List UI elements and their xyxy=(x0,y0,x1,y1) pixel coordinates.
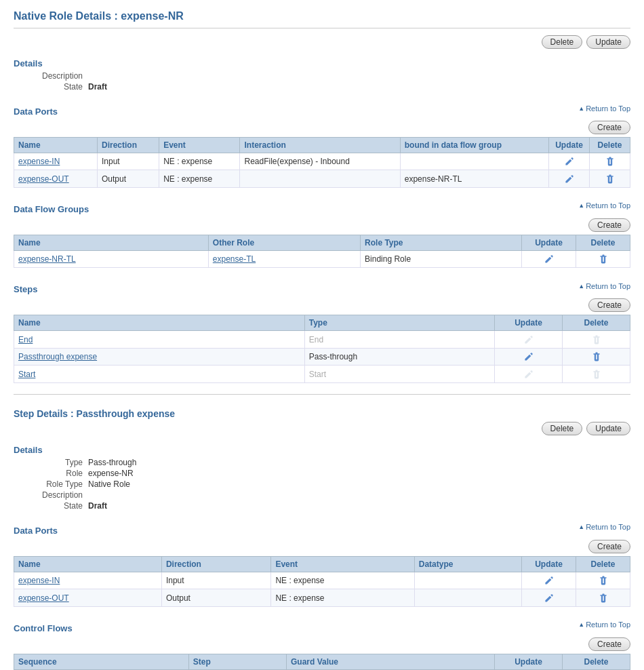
sd-col-update: Update xyxy=(522,556,576,572)
table-row: Passthrough expense Pass-through xyxy=(14,348,630,365)
step-delete-btn-1[interactable] xyxy=(591,351,602,362)
sd-row-role: Role expense-NR xyxy=(27,469,630,478)
data-ports-section-header: Data Ports xyxy=(14,106,58,117)
sd-ports-table: Name Direction Event Datatype Update Del… xyxy=(14,556,630,607)
step-name-link-2[interactable]: Start xyxy=(18,370,35,379)
step-update-btn-0[interactable] xyxy=(523,334,534,344)
sd-port-name-link-1[interactable]: expense-OUT xyxy=(18,593,69,603)
dfg-return-to-top[interactable]: Return to Top xyxy=(578,201,630,210)
sd-ports-header: Name Direction Event Datatype Update Del… xyxy=(14,556,630,572)
step-type-2: Start xyxy=(304,366,494,382)
cf-section-header: Control Flows xyxy=(14,623,73,633)
step-update-btn-1[interactable] xyxy=(523,351,534,362)
step-type-1: Pass-through xyxy=(304,348,494,365)
sd-row-desc: Description xyxy=(27,490,630,500)
top-buttons: Delete Update xyxy=(14,35,630,49)
table-row: expense-IN Input NE : expense xyxy=(14,572,630,589)
sd-label-role: Role xyxy=(27,469,88,478)
step-name-link-1[interactable]: Passthrough expense xyxy=(18,352,97,361)
dfg-name-link-0[interactable]: expense-NR-TL xyxy=(18,254,76,264)
port-name-link-1[interactable]: expense-OUT xyxy=(18,174,69,184)
steps-create-button[interactable]: Create xyxy=(588,298,630,312)
step-details-title: Step Details : Passthrough expense xyxy=(14,408,630,419)
sd-col-datatype: Datatype xyxy=(414,556,521,572)
cf-col-update: Update xyxy=(495,654,563,669)
port-interaction-1 xyxy=(240,170,400,187)
steps-col-update: Update xyxy=(495,315,563,331)
cf-col-sequence: Sequence xyxy=(14,654,189,669)
port-name-link-0[interactable]: expense-IN xyxy=(18,157,60,166)
port-interaction-0: ReadFile(expense) - Inbound xyxy=(240,153,400,170)
steps-col-type: Type xyxy=(304,315,494,331)
data-ports-table: Name Direction Event Interaction bound i… xyxy=(14,137,630,188)
dfg-col-update: Update xyxy=(522,235,576,250)
sd-value-role: expense-NR xyxy=(88,469,134,478)
sd-port-dir-0: Input xyxy=(161,572,271,589)
sd-ports-return-to-top[interactable]: Return to Top xyxy=(578,523,630,531)
port-bound-1: expense-NR-TL xyxy=(400,170,548,187)
cf-header: Sequence Step Guard Value Update Delete xyxy=(14,654,630,669)
step-details-delete-button[interactable]: Delete xyxy=(542,422,583,435)
page-title: Native Role Details : expense-NR xyxy=(14,10,630,28)
step-details-update-button[interactable]: Update xyxy=(586,422,630,435)
step-type-0: End xyxy=(304,331,494,348)
sd-port-delete-btn-0[interactable] xyxy=(598,575,609,586)
sd-value-role-type: Native Role xyxy=(88,479,130,489)
sd-port-update-btn-0[interactable] xyxy=(544,575,555,586)
sd-row-type: Type Pass-through xyxy=(27,458,630,467)
port-update-btn-1[interactable] xyxy=(564,173,575,184)
sd-port-name-link-0[interactable]: expense-IN xyxy=(18,576,60,585)
sd-port-delete-btn-1[interactable] xyxy=(598,592,609,603)
data-ports-return-to-top[interactable]: Return to Top xyxy=(578,104,630,113)
step-name-link-0[interactable]: End xyxy=(18,335,33,344)
cf-create-button[interactable]: Create xyxy=(588,637,630,651)
sd-port-datatype-0 xyxy=(414,572,521,589)
sd-ports-header-row: Data Ports Return to Top xyxy=(14,516,630,538)
details-label-description: Description xyxy=(27,71,88,81)
dfg-col-role-type: Role Type xyxy=(361,235,522,250)
port-delete-btn-1[interactable] xyxy=(605,173,616,184)
sd-value-type: Pass-through xyxy=(88,458,136,467)
cf-return-to-top[interactable]: Return to Top xyxy=(578,620,630,629)
dfg-update-btn-0[interactable] xyxy=(544,254,555,264)
sd-port-update-btn-1[interactable] xyxy=(544,592,555,603)
port-update-btn-0[interactable] xyxy=(564,156,575,167)
col-event: Event xyxy=(159,138,240,153)
steps-col-name: Name xyxy=(14,315,305,331)
table-row: End End xyxy=(14,331,630,348)
sd-port-event-1: NE : expense xyxy=(271,589,414,606)
port-event-1: NE : expense xyxy=(159,170,240,187)
steps-top-right: Return to Top xyxy=(578,282,630,290)
top-update-button[interactable]: Update xyxy=(586,35,630,49)
top-delete-button[interactable]: Delete xyxy=(542,35,583,49)
step-delete-btn-2[interactable] xyxy=(591,368,602,379)
port-event-0: NE : expense xyxy=(159,153,240,170)
step-details-block: Type Pass-through Role expense-NR Role T… xyxy=(27,458,630,511)
sd-port-datatype-1 xyxy=(414,589,521,606)
data-ports-header: Name Direction Event Interaction bound i… xyxy=(14,138,630,153)
cf-top-right: Return to Top xyxy=(578,620,630,629)
port-delete-btn-0[interactable] xyxy=(605,156,616,167)
details-block: Description State Draft xyxy=(27,71,630,92)
dfg-delete-btn-0[interactable] xyxy=(598,254,609,264)
sd-row-role-type: Role Type Native Role xyxy=(27,479,630,489)
dfg-table: Name Other Role Role Type Update Delete … xyxy=(14,235,630,268)
dfg-role-type-0: Binding Role xyxy=(361,250,522,267)
data-ports-top-right: Return to Top xyxy=(578,104,630,113)
dfg-other-role-link-0[interactable]: expense-TL xyxy=(213,254,256,264)
step-delete-btn-0[interactable] xyxy=(591,334,602,344)
port-direction-0: Input xyxy=(98,153,159,170)
steps-return-to-top[interactable]: Return to Top xyxy=(578,282,630,290)
sd-ports-create-button[interactable]: Create xyxy=(588,540,630,553)
step-update-btn-2[interactable] xyxy=(523,368,534,379)
sd-col-event: Event xyxy=(271,556,414,572)
table-row: expense-IN Input NE : expense ReadFile(e… xyxy=(14,153,630,170)
dfg-section-header: Data Flow Groups xyxy=(14,204,89,214)
col-interaction: Interaction xyxy=(240,138,400,153)
steps-section-header: Steps xyxy=(14,284,37,294)
dfg-create-button[interactable]: Create xyxy=(588,218,630,232)
sd-col-direction: Direction xyxy=(161,556,271,572)
data-ports-create-button[interactable]: Create xyxy=(588,121,630,134)
table-row: expense-NR-TL expense-TL Binding Role xyxy=(14,250,630,267)
col-direction: Direction xyxy=(98,138,159,153)
